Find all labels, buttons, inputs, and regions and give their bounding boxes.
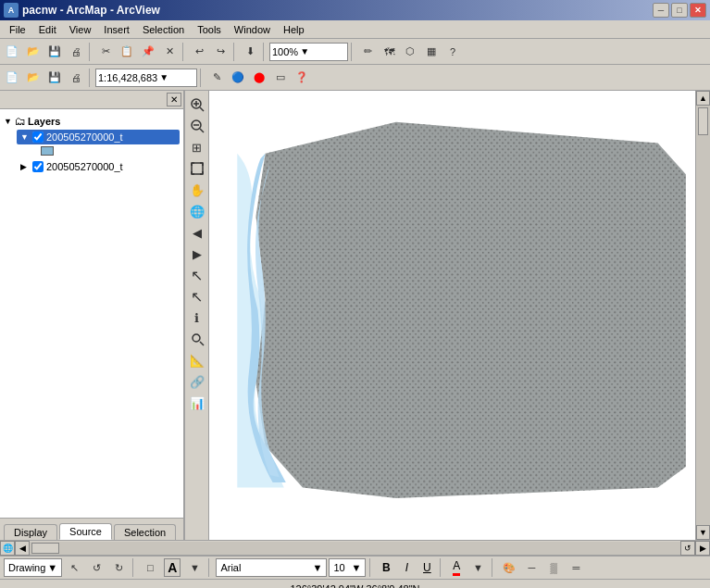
menu-tools[interactable]: Tools [192, 22, 227, 37]
color-arrow[interactable]: ▼ [467, 557, 488, 578]
rotate-left[interactable]: ↺ [86, 557, 106, 578]
new2[interactable]: 📄 [2, 68, 22, 88]
cut-button[interactable]: ✂ [95, 42, 116, 62]
rotate-right[interactable]: ↻ [108, 557, 129, 578]
scroll-left-icon[interactable]: 🌐 [0, 541, 15, 556]
forward-button[interactable]: ▶ [187, 244, 207, 264]
cube-tool[interactable]: ⬡ [400, 42, 420, 62]
menu-window[interactable]: Window [229, 22, 276, 37]
drawing-dropdown[interactable]: Drawing ▼ [4, 558, 62, 577]
minimize-button[interactable]: ─ [653, 3, 669, 18]
map-tool[interactable]: 🗺 [379, 42, 399, 62]
italic-button[interactable]: I [397, 558, 416, 577]
copy-button[interactable]: 📋 [117, 42, 137, 62]
layout-tool[interactable]: ▦ [421, 42, 442, 62]
open2[interactable]: 📂 [23, 68, 44, 88]
print2[interactable]: 🖨 [66, 68, 86, 88]
panel-close-button[interactable]: ✕ [167, 93, 181, 106]
undo-button[interactable]: ↩ [189, 42, 209, 62]
identify-button[interactable]: ℹ [187, 307, 207, 328]
scroll-right-button[interactable]: ▶ [695, 541, 710, 556]
tab-source[interactable]: Source [59, 523, 112, 540]
arrow-select[interactable]: ↖ [187, 286, 207, 307]
size-select[interactable]: 10 ▼ [329, 558, 366, 577]
font-select[interactable]: Arial ▼ [216, 558, 327, 577]
cursor-tool[interactable]: ↖ [64, 557, 84, 578]
underline-button[interactable]: U [417, 558, 436, 577]
menu-file[interactable]: File [4, 22, 31, 37]
close-button[interactable]: ✕ [690, 3, 706, 18]
help2[interactable]: ❓ [292, 68, 312, 88]
map-area[interactable] [209, 91, 695, 540]
print-button[interactable]: 🖨 [66, 42, 86, 62]
refresh-button[interactable]: ↺ [680, 541, 695, 556]
menu-edit[interactable]: Edit [33, 22, 62, 37]
line-tool[interactable]: ─ [521, 557, 542, 578]
layer2-checkbox[interactable] [32, 161, 44, 172]
scroll-thumb[interactable] [698, 107, 708, 135]
bold-button[interactable]: B [377, 558, 395, 577]
font-color-button[interactable]: A [447, 558, 466, 577]
font-arrow: ▼ [312, 562, 322, 573]
layer1-item[interactable]: ▼ 200505270000_t [17, 130, 180, 144]
open-button[interactable]: 📂 [23, 42, 44, 62]
extra-tool[interactable]: ═ [566, 557, 586, 578]
zoom-out-button[interactable] [187, 116, 207, 136]
text-arrow[interactable]: ▼ [184, 557, 205, 578]
tab-display[interactable]: Display [4, 524, 57, 540]
globe-button[interactable]: 🌐 [187, 201, 207, 221]
zoom-in-arrow[interactable]: ⬇ [240, 42, 260, 62]
help-tool[interactable]: ? [442, 42, 463, 62]
scroll-track[interactable] [696, 106, 710, 525]
save2[interactable]: 💾 [44, 68, 65, 88]
fixed-zoom-button[interactable]: ⊞ [187, 137, 207, 157]
save-button[interactable]: 💾 [44, 42, 65, 62]
find-button[interactable] [187, 329, 207, 349]
menu-selection[interactable]: Selection [137, 22, 190, 37]
scale-input-box[interactable]: 1:16,428,683 ▼ [95, 69, 197, 87]
layer1-checkbox[interactable] [32, 131, 44, 143]
scroll-down-button[interactable]: ▼ [696, 525, 710, 540]
new-button[interactable]: 📄 [2, 42, 22, 62]
coords-bar: 126°39'42.94"W 36°8'0.48"N [0, 579, 710, 588]
measure-button[interactable]: 📐 [187, 350, 207, 370]
layer2-expand[interactable]: ▶ [20, 162, 30, 171]
edit-vertices[interactable]: ✎ [206, 68, 227, 88]
red-ball[interactable]: ⬤ [249, 68, 269, 88]
menu-insert[interactable]: Insert [98, 22, 135, 37]
app-icon: A [4, 3, 19, 18]
graph-button[interactable]: 📊 [187, 393, 207, 413]
menu-view[interactable]: View [64, 22, 97, 37]
layout-view[interactable]: ▭ [270, 68, 291, 88]
paste-button[interactable]: 📌 [138, 42, 158, 62]
delete-button[interactable]: ✕ [159, 42, 180, 62]
scroll-up-button[interactable]: ▲ [696, 91, 710, 106]
scale-input-arrow[interactable]: ▼ [159, 72, 168, 82]
scroll-left-button[interactable]: ◀ [15, 541, 30, 556]
back-button[interactable]: ◀ [187, 222, 207, 243]
zoom-in-button[interactable] [187, 94, 207, 115]
rectangle-tool[interactable]: □ [140, 557, 160, 578]
sep6 [89, 69, 93, 87]
full-extent-button[interactable] [187, 158, 207, 179]
redo-button[interactable]: ↪ [210, 42, 230, 62]
pan-button[interactable]: ✋ [187, 180, 207, 200]
toolbar-standard: 📄 📂 💾 🖨 ✂ 📋 📌 ✕ ↩ ↪ ⬇ 100% ▼ ✏ 🗺 ⬡ ▦ ? [0, 39, 710, 65]
scale-box[interactable]: 100% ▼ [269, 43, 348, 61]
text-tool[interactable]: A [164, 558, 181, 577]
menu-help[interactable]: Help [278, 22, 310, 37]
hyperlink-button[interactable]: 🔗 [187, 371, 207, 392]
tab-selection[interactable]: Selection [114, 524, 176, 540]
snap-tool[interactable]: 🔵 [228, 68, 248, 88]
hscroll-track[interactable] [30, 542, 680, 555]
fill-tool[interactable]: ▒ [543, 557, 564, 578]
edit-tool[interactable]: ✏ [357, 42, 378, 62]
root-expand[interactable]: ▼ [4, 117, 13, 126]
maximize-button[interactable]: □ [671, 3, 688, 18]
palette-tool[interactable]: 🎨 [499, 557, 519, 578]
scale-dropdown-arrow[interactable]: ▼ [300, 46, 309, 56]
layer1-expand[interactable]: ▼ [20, 132, 30, 142]
select-button[interactable]: ↖ [187, 265, 207, 285]
layer2-item[interactable]: ▶ 200505270000_t [17, 159, 180, 174]
hscroll-thumb[interactable] [31, 543, 59, 554]
